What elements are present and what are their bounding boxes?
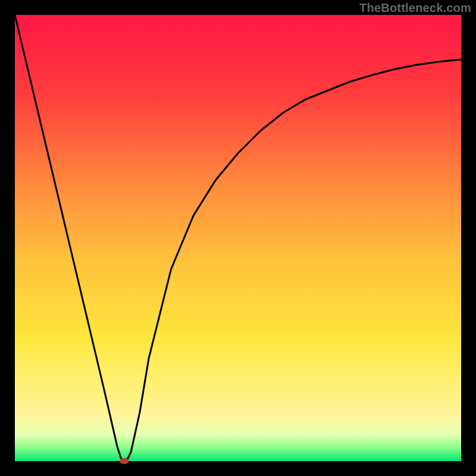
chart-frame: TheBottleneck.com xyxy=(0,0,476,476)
optimal-marker xyxy=(120,458,129,464)
watermark-text: TheBottleneck.com xyxy=(359,1,471,15)
plot-background xyxy=(15,15,461,461)
chart-canvas xyxy=(0,0,476,476)
